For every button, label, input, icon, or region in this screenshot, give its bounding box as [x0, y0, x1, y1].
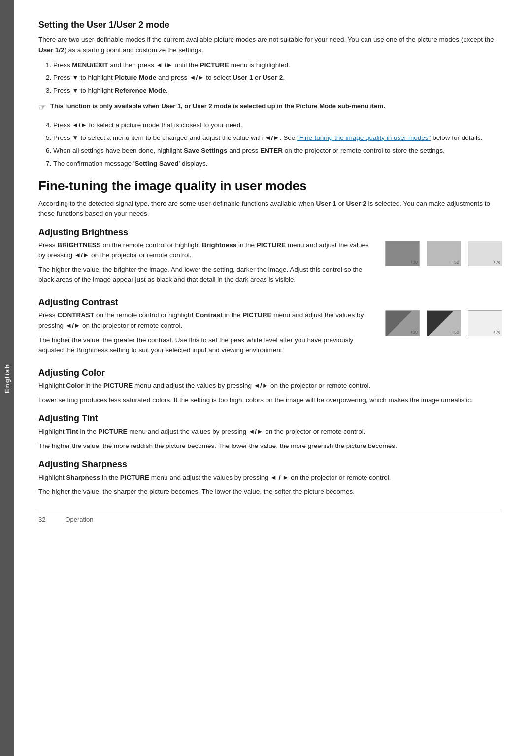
- section-user-mode-intro: There are two user-definable modes if th…: [38, 35, 502, 56]
- footer-page-num: 32: [38, 516, 45, 523]
- color-title: Adjusting Color: [38, 368, 502, 378]
- contrast-thumb-2: +50: [427, 310, 461, 336]
- step-5: Press ▼ to select a menu item to be chan…: [53, 133, 502, 143]
- main-content: Setting the User 1/User 2 mode There are…: [14, 0, 532, 756]
- tint-para1: Highlight Tint in the PICTURE menu and a…: [38, 427, 502, 437]
- step-4: Press ◄/► to select a picture mode that …: [53, 120, 502, 131]
- step-1: Press MENU/EXIT and then press ◄ /► unti…: [53, 60, 502, 70]
- contrast-thumbnails: +30 +50 +70: [385, 310, 502, 336]
- steps-list-1: Press MENU/EXIT and then press ◄ /► unti…: [53, 60, 502, 97]
- section-tint: Adjusting Tint Highlight Tint in the PIC…: [38, 413, 502, 451]
- side-tab-label: English: [3, 363, 11, 393]
- note-box: ☞ This function is only available when U…: [38, 102, 502, 113]
- brightness-thumb-1: +30: [385, 241, 420, 266]
- contrast-title: Adjusting Contrast: [38, 297, 502, 308]
- sharpness-para1: Highlight Sharpness in the PICTURE menu …: [38, 473, 502, 483]
- fine-tuning-intro: According to the detected signal type, t…: [38, 199, 502, 219]
- section-fine-tuning: Fine-tuning the image quality in user mo…: [38, 178, 502, 219]
- step-6: When all settings have been done, highli…: [53, 145, 502, 156]
- brightness-thumb-2: +50: [427, 241, 461, 266]
- side-tab: English: [0, 0, 14, 756]
- tint-para2: The higher the value, the more reddish t…: [38, 441, 502, 451]
- sharpness-para2: The higher the value, the sharper the pi…: [38, 487, 502, 497]
- brightness-title: Adjusting Brightness: [38, 227, 502, 238]
- color-para2: Lower setting produces less saturated co…: [38, 395, 502, 406]
- step-2: Press ▼ to highlight Picture Mode and pr…: [53, 72, 502, 83]
- main-title: Fine-tuning the image quality in user mo…: [38, 178, 502, 194]
- section-user-mode-title: Setting the User 1/User 2 mode: [38, 20, 502, 30]
- contrast-thumb-3: +70: [468, 310, 502, 336]
- brightness-thumbnails: +30 +50 +70: [385, 241, 502, 266]
- section-user-mode: Setting the User 1/User 2 mode There are…: [38, 20, 502, 170]
- note-icon: ☞: [38, 102, 46, 113]
- brightness-thumb-3: +70: [468, 241, 502, 266]
- color-para1: Highlight Color in the PICTURE menu and …: [38, 381, 502, 391]
- section-contrast: Adjusting Contrast +30 +50 +70 Press CON…: [38, 297, 502, 360]
- step-7: The confirmation message 'Setting Saved'…: [53, 158, 502, 169]
- tint-title: Adjusting Tint: [38, 413, 502, 424]
- section-brightness: Adjusting Brightness +30 +50 +70 Press B…: [38, 227, 502, 290]
- section-color: Adjusting Color Highlight Color in the P…: [38, 368, 502, 406]
- contrast-thumb-1: +30: [385, 310, 420, 336]
- steps-list-2: Press ◄/► to select a picture mode that …: [53, 120, 502, 170]
- step-3: Press ▼ to highlight Reference Mode.: [53, 85, 502, 96]
- footer: 32 Operation: [38, 512, 502, 523]
- sharpness-title: Adjusting Sharpness: [38, 459, 502, 470]
- contrast-para2: The higher the value, the greater the co…: [38, 335, 502, 356]
- footer-section-label: Operation: [65, 516, 93, 523]
- section-sharpness: Adjusting Sharpness Highlight Sharpness …: [38, 459, 502, 497]
- brightness-para2: The higher the value, the brighter the i…: [38, 265, 502, 285]
- note-text: This function is only available when Use…: [50, 102, 385, 111]
